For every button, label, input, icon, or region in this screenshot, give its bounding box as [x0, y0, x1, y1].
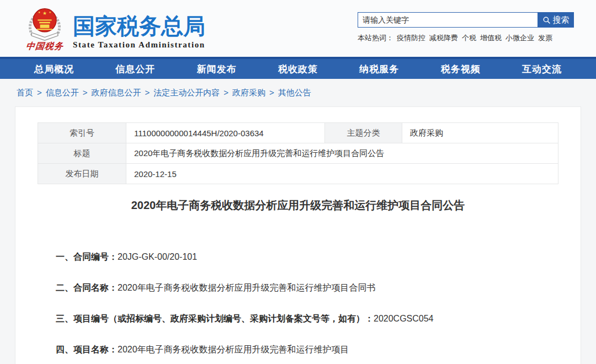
search-button-label: 搜索: [553, 15, 570, 25]
meta-value: 11100000000014445H/2020-03634: [126, 123, 325, 143]
article-item-label: 三、项目编号（或招标编号、政府采购计划编号、采购计划备案文号等，如有）：: [56, 314, 374, 323]
site-title-block: 国家税务总局 State Taxation Administration: [73, 2, 205, 50]
meta-value: 2020年电子商务税收数据分析应用升级完善和运行维护项目合同公告: [126, 143, 558, 164]
article-item-label: 一、合同编号：: [56, 252, 118, 261]
nav-item[interactable]: 总局概况: [34, 63, 74, 76]
article-item-value: 2020CGSC054: [374, 314, 434, 323]
article-item-label: 四、项目名称：: [56, 345, 118, 354]
meta-label: 标题: [38, 143, 126, 164]
breadcrumb-separator: >: [269, 88, 274, 97]
nav-item[interactable]: 互动交流: [522, 63, 562, 76]
article-item: 三、项目编号（或招标编号、政府采购计划编号、采购计划备案文号等，如有）：2020…: [56, 313, 558, 324]
breadcrumb-link[interactable]: 政府采购: [232, 88, 265, 97]
breadcrumb-link[interactable]: 首页: [17, 88, 33, 97]
site-name: 国家税务总局: [73, 14, 205, 38]
meta-table: 索引号11100000000014445H/2020-03634主题分类政府采购…: [38, 122, 558, 184]
page: ★ ★ ★ 中国税务 国家税务总局 State Taxation Adminis…: [0, 0, 596, 364]
article-item: 二、合同名称：2020年电子商务税收数据分析应用升级完善和运行维护项目合同书: [56, 282, 558, 293]
nav-item[interactable]: 信息公开: [115, 63, 155, 76]
site-name-english: State Taxation Administration: [73, 40, 205, 50]
hot-word-link[interactable]: 个税: [462, 34, 476, 42]
meta-value: 2020-12-15: [126, 164, 558, 184]
article-item-value: 20JG-GK-00/20-101: [118, 252, 197, 261]
breadcrumb-link[interactable]: 其他公告: [278, 88, 311, 97]
nav-item[interactable]: 税收政策: [278, 63, 318, 76]
meta-value: 政府采购: [402, 123, 558, 143]
hot-word-link[interactable]: 小微企业: [505, 34, 534, 42]
meta-label: 主题分类: [325, 123, 402, 143]
breadcrumb-separator: >: [223, 88, 228, 97]
search-block: 搜索 本站热词：疫情防控减税降费个税增值税小微企业发票: [358, 12, 574, 43]
hot-word-link[interactable]: 发票: [538, 34, 552, 42]
search-input[interactable]: [358, 12, 538, 28]
tax-emblem: ★ ★ ★ 中国税务: [20, 2, 70, 52]
article-item: 一、合同编号：20JG-GK-00/20-101: [56, 251, 558, 263]
svg-text:★: ★: [49, 11, 52, 14]
search-icon: [542, 16, 551, 24]
meta-table-row: 标题2020年电子商务税收数据分析应用升级完善和运行维护项目合同公告: [38, 143, 558, 164]
logo-caption: 中国税务: [19, 41, 70, 52]
article-item-label: 二、合同名称：: [56, 283, 118, 292]
meta-table-row: 索引号11100000000014445H/2020-03634主题分类政府采购: [38, 123, 558, 143]
article-item-value: 2020年电子商务税收数据分析应用升级完善和运行维护项目合同书: [118, 283, 376, 292]
article-item: 四、项目名称：2020年电子商务税收数据分析应用升级完善和运行维护项目: [56, 344, 558, 355]
search-button[interactable]: 搜索: [538, 12, 574, 28]
hot-words-bar: 本站热词：疫情防控减税降费个税增值税小微企业发票: [358, 33, 574, 43]
content-box: 索引号11100000000014445H/2020-03634主题分类政府采购…: [15, 106, 581, 364]
breadcrumb-link[interactable]: 信息公开: [46, 88, 79, 97]
svg-text:★: ★: [38, 11, 41, 14]
breadcrumb-separator: >: [83, 88, 88, 97]
breadcrumb-separator: >: [37, 88, 42, 97]
article-title: 2020年电子商务税收数据分析应用升级完善和运行维护项目合同公告: [38, 197, 558, 213]
hot-words-label: 本站热词：: [358, 34, 393, 42]
article-body: 一、合同编号：20JG-GK-00/20-101二、合同名称：2020年电子商务…: [38, 251, 558, 355]
article-item-value: 2020年电子商务税收数据分析应用升级完善和运行维护项目: [118, 345, 349, 354]
hot-word-link[interactable]: 增值税: [480, 34, 502, 42]
tax-emblem-icon: ★ ★ ★: [25, 3, 64, 42]
meta-label: 发布日期: [38, 164, 126, 184]
nav-item[interactable]: 纳税服务: [359, 63, 399, 76]
site-header: ★ ★ ★ 中国税务 国家税务总局 State Taxation Adminis…: [0, 0, 596, 57]
hot-word-link[interactable]: 减税降费: [429, 34, 458, 42]
main-nav: 总局概况信息公开新闻发布税收政策纳税服务税务视频互动交流: [0, 57, 596, 79]
breadcrumb: 首页>信息公开>政府信息公开>法定主动公开内容>政府采购>其他公告: [0, 79, 596, 106]
breadcrumb-separator: >: [145, 88, 150, 97]
hot-word-link[interactable]: 疫情防控: [397, 34, 425, 42]
nav-item[interactable]: 新闻发布: [197, 63, 237, 76]
nav-item[interactable]: 税务视频: [441, 63, 481, 76]
breadcrumb-link[interactable]: 法定主动公开内容: [153, 88, 220, 97]
site-logo[interactable]: ★ ★ ★ 中国税务 国家税务总局 State Taxation Adminis…: [20, 2, 205, 52]
meta-table-row: 发布日期2020-12-15: [38, 164, 558, 184]
breadcrumb-link[interactable]: 政府信息公开: [92, 88, 141, 97]
meta-label: 索引号: [38, 123, 126, 143]
svg-text:★: ★: [42, 10, 47, 16]
